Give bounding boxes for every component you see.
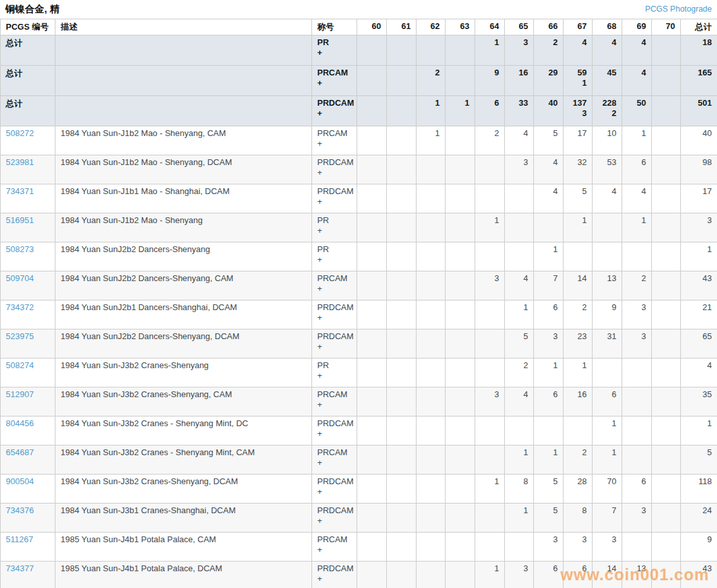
grade-68-cell: 45 <box>593 66 622 96</box>
grade-64-cell: 3 <box>475 271 505 300</box>
designation-cell: PR+ <box>312 35 357 66</box>
grade-70-cell <box>652 475 681 504</box>
grade-66-cell: 7 <box>534 271 564 300</box>
grade-64-cell: 2 <box>475 126 505 155</box>
grade-70-cell <box>652 126 681 155</box>
grade-67-cell: 32 <box>564 155 593 184</box>
pcgs-number-link[interactable]: 734372 <box>6 302 34 312</box>
grade-65-cell: 1 <box>505 504 534 533</box>
grade-64-cell <box>475 358 505 387</box>
grade-70-cell <box>652 271 681 300</box>
pcgs-number-link[interactable]: 509704 <box>6 273 34 283</box>
grade-70-cell <box>652 562 681 588</box>
grade-69-cell: 1 <box>622 213 652 242</box>
grade-63-cell <box>446 213 475 242</box>
description-cell <box>55 35 312 66</box>
pcgs-number-link[interactable]: 516951 <box>6 215 34 225</box>
grade-69-cell: 4 <box>622 184 652 213</box>
pcgs-number-link[interactable]: 512907 <box>6 389 34 399</box>
designation-cell: PRDCAM+ <box>312 184 357 213</box>
total-cell: 3 <box>681 213 717 242</box>
table-row: 5097041984 Yuan SunJ2b2 Dancers-Shenyang… <box>1 271 717 300</box>
pcgs-number-link[interactable]: 511267 <box>6 534 33 544</box>
designation-cell: PRDCAM+ <box>312 416 357 446</box>
grade-67-cell: 23 <box>564 329 593 358</box>
pcgs-number-link[interactable]: 508273 <box>6 244 34 254</box>
pcgs-number-link[interactable]: 734376 <box>6 505 34 515</box>
grade-69-cell: 3 <box>622 329 652 358</box>
grade-61-cell <box>387 387 417 416</box>
table-row: 7343721984 Yuan SunJ2b1 Dancers-Shanghai… <box>1 300 717 329</box>
total-cell: 501 <box>681 96 717 126</box>
grade-69-cell: 4 <box>622 66 652 96</box>
grade-69-cell: 3 <box>622 504 652 533</box>
col-header-grade-60: 60 <box>357 19 387 35</box>
pcgs-number-link[interactable]: 900504 <box>6 476 34 486</box>
grade-60-cell <box>357 271 387 300</box>
col-header-grade-68: 68 <box>593 19 622 35</box>
grade-64-cell: 6 <box>475 96 505 126</box>
photograde-link[interactable]: PCGS Photograde <box>645 5 712 14</box>
grade-60-cell <box>357 66 387 96</box>
grade-62-cell <box>417 446 446 475</box>
total-cell: 65 <box>681 329 717 358</box>
pcgs-number-cell: 508272 <box>1 126 55 155</box>
description-cell: 1985 Yuan Sun-J4b1 Potala Palace, CAM <box>55 533 312 562</box>
pcgs-number-link[interactable]: 734371 <box>6 186 34 196</box>
grade-62-cell: 1 <box>417 96 446 126</box>
pcgs-number-link[interactable]: 523975 <box>6 331 34 341</box>
grade-62-cell <box>417 533 446 562</box>
pcgs-number-link[interactable]: 523981 <box>6 157 34 167</box>
grade-70-cell <box>652 533 681 562</box>
grade-61-cell <box>387 35 417 66</box>
grade-63-cell <box>446 533 475 562</box>
grade-68-cell: 6 <box>593 387 622 416</box>
pcgs-number-link[interactable]: 654687 <box>6 447 34 457</box>
grade-65-cell: 2 <box>505 358 534 387</box>
designation-cell: PRCAM+ <box>312 446 357 475</box>
grade-66-cell: 6 <box>534 387 564 416</box>
grade-68-cell: 13 <box>593 271 622 300</box>
grade-66-cell <box>534 213 564 242</box>
grade-65-cell: 8 <box>505 475 534 504</box>
grade-64-cell <box>475 242 505 271</box>
grade-61-cell <box>387 96 417 126</box>
total-cell: 43 <box>681 271 717 300</box>
grade-69-cell <box>622 242 652 271</box>
grade-69-cell <box>622 358 652 387</box>
grade-63-cell <box>446 504 475 533</box>
grade-60-cell <box>357 387 387 416</box>
grade-67-cell: 8 <box>564 504 593 533</box>
table-row: 9005041984 Yuan Sun-J3b2 Cranes-Shenyang… <box>1 475 717 504</box>
pcgs-number-cell: 734372 <box>1 300 55 329</box>
pcgs-number-cell: 509704 <box>1 271 55 300</box>
grade-67-cell: 17 <box>564 126 593 155</box>
pcgs-number-cell: 734371 <box>1 184 55 213</box>
grade-67-cell: 2 <box>564 300 593 329</box>
description-cell: 1984 Yuan Sun-J3b2 Cranes-Shenyang <box>55 358 312 387</box>
pcgs-number-link[interactable]: 804456 <box>6 418 34 428</box>
grade-63-cell <box>446 329 475 358</box>
grade-68-cell: 9 <box>593 300 622 329</box>
description-cell: 1984 Yuan Sun-J1b2 Mao - Shenyang, DCAM <box>55 155 312 184</box>
col-header-grade-62: 62 <box>417 19 446 35</box>
designation-cell: PRCAM+ <box>312 66 357 96</box>
designation-cell: PRDCAM+ <box>312 504 357 533</box>
grade-62-cell <box>417 213 446 242</box>
table-row: 5239811984 Yuan Sun-J1b2 Mao - Shenyang,… <box>1 155 717 184</box>
grade-70-cell <box>652 358 681 387</box>
designation-cell: PRDCAM+ <box>312 329 357 358</box>
pcgs-number-link[interactable]: 508274 <box>6 360 34 370</box>
grade-60-cell <box>357 300 387 329</box>
grade-70-cell <box>652 66 681 96</box>
grade-66-cell <box>534 416 564 446</box>
grade-69-cell: 2 <box>622 271 652 300</box>
grade-60-cell <box>357 242 387 271</box>
grade-68-cell <box>593 242 622 271</box>
grade-63-cell <box>446 35 475 66</box>
total-cell: 40 <box>681 126 717 155</box>
pcgs-number-link[interactable]: 508272 <box>6 128 34 138</box>
grade-62-cell <box>417 562 446 588</box>
pcgs-number-link[interactable]: 734377 <box>6 564 34 573</box>
grade-68-cell: 53 <box>593 155 622 184</box>
